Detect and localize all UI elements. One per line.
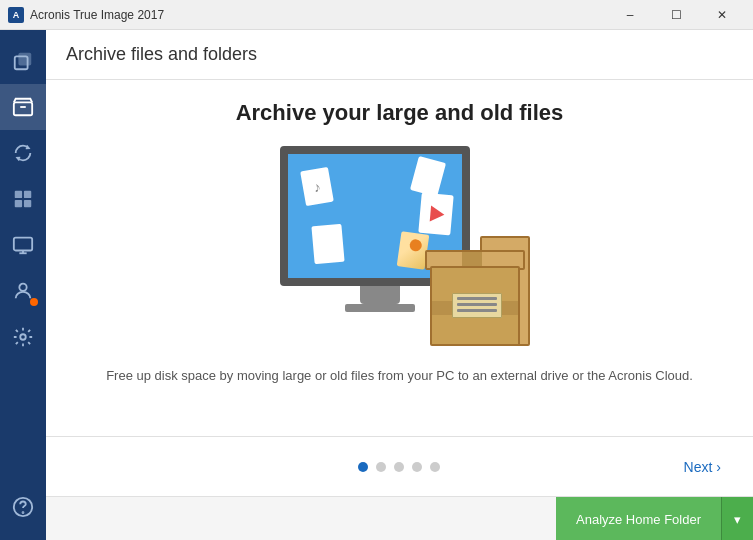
app-body: Archive files and folders Archive your l…	[0, 30, 753, 540]
sidebar-item-sync[interactable]	[0, 130, 46, 176]
svg-rect-4	[15, 191, 22, 198]
dropdown-chevron-icon: ▾	[734, 512, 741, 527]
label-line-3	[457, 309, 497, 312]
sidebar-item-help[interactable]	[0, 484, 46, 530]
next-chevron: ›	[716, 459, 721, 475]
dot-5[interactable]	[430, 462, 440, 472]
svg-rect-1	[18, 53, 31, 66]
next-label: Next	[684, 459, 713, 475]
archive-box	[420, 216, 530, 346]
analyze-home-folder-button[interactable]: Analyze Home Folder	[556, 497, 721, 540]
svg-point-12	[20, 334, 26, 340]
file-doc-2: ♪	[300, 167, 334, 206]
analyze-bar: Analyze Home Folder ▾	[46, 496, 753, 540]
account-badge	[30, 298, 38, 306]
archive-illustration: ♪	[270, 146, 530, 346]
slide-dots	[358, 462, 440, 472]
sidebar-item-copy[interactable]	[0, 38, 46, 84]
maximize-button[interactable]: ☐	[653, 0, 699, 30]
dot-2[interactable]	[376, 462, 386, 472]
title-bar-left: A Acronis True Image 2017	[8, 7, 164, 23]
box-body	[430, 266, 520, 346]
label-line-1	[457, 297, 497, 300]
dot-4[interactable]	[412, 462, 422, 472]
description-text: Free up disk space by moving large or ol…	[106, 366, 693, 386]
box-label	[452, 293, 502, 318]
dots-wrapper	[126, 462, 672, 472]
sidebar-item-remote[interactable]	[0, 222, 46, 268]
svg-rect-2	[14, 102, 32, 115]
main-content: Archive your large and old files	[46, 80, 753, 436]
minimize-button[interactable]: –	[607, 0, 653, 30]
dot-1[interactable]	[358, 462, 368, 472]
sidebar	[0, 30, 46, 540]
window-controls: – ☐ ✕	[607, 0, 745, 30]
label-line-2	[457, 303, 497, 306]
sidebar-item-account[interactable]	[0, 268, 46, 314]
file-doc-1	[409, 156, 445, 197]
svg-rect-6	[15, 200, 22, 207]
analyze-btn-group: Analyze Home Folder ▾	[556, 497, 753, 540]
monitor-base	[345, 304, 415, 312]
sidebar-item-archive[interactable]	[0, 84, 46, 130]
app-title: Acronis True Image 2017	[30, 8, 164, 22]
svg-rect-8	[14, 238, 32, 251]
dot-3[interactable]	[394, 462, 404, 472]
page-title: Archive files and folders	[66, 44, 257, 65]
svg-rect-7	[24, 200, 31, 207]
app-icon: A	[8, 7, 24, 23]
archive-heading: Archive your large and old files	[236, 100, 564, 126]
svg-rect-5	[24, 191, 31, 198]
file-doc-4	[311, 224, 344, 264]
content-area: Archive files and folders Archive your l…	[46, 30, 753, 540]
sidebar-item-tools[interactable]	[0, 176, 46, 222]
page-header: Archive files and folders	[46, 30, 753, 80]
svg-point-14	[23, 512, 24, 513]
analyze-dropdown-button[interactable]: ▾	[721, 497, 753, 540]
title-bar: A Acronis True Image 2017 – ☐ ✕	[0, 0, 753, 30]
close-button[interactable]: ✕	[699, 0, 745, 30]
svg-point-11	[19, 284, 26, 291]
bottom-bar: Next ›	[46, 436, 753, 496]
monitor-stand	[360, 286, 400, 304]
sidebar-item-settings[interactable]	[0, 314, 46, 360]
next-button[interactable]: Next ›	[672, 451, 733, 483]
